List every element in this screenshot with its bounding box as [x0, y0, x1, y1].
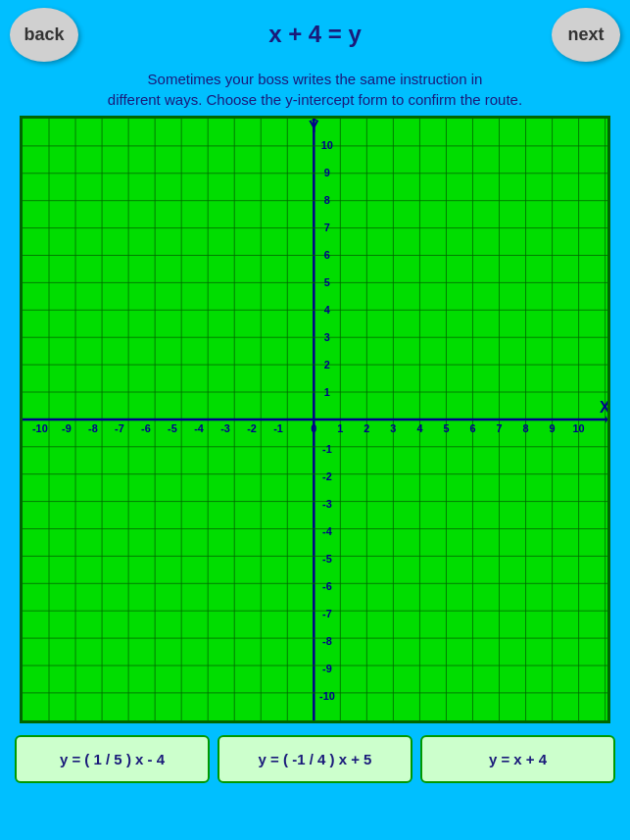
back-button[interactable]: back [10, 8, 78, 62]
next-button[interactable]: next [552, 8, 620, 62]
svg-text:2: 2 [324, 359, 330, 371]
svg-text:9: 9 [324, 167, 330, 178]
svg-text:5: 5 [443, 422, 449, 434]
svg-text:4: 4 [416, 422, 423, 434]
svg-text:-6: -6 [141, 422, 151, 434]
svg-text:7: 7 [496, 422, 502, 434]
svg-text:0: 0 [311, 422, 316, 434]
svg-text:-7: -7 [115, 422, 124, 434]
svg-text:-4: -4 [322, 525, 333, 537]
answer-button-1[interactable]: y = ( 1 / 5 ) x - 4 [15, 735, 210, 783]
instruction-text: Sometimes your boss writes the same inst… [0, 69, 630, 110]
coordinate-grid: -10 -9 -8 -7 -6 -5 -4 -3 -2 -1 0 1 2 3 4… [23, 119, 607, 720]
svg-text:6: 6 [469, 422, 475, 434]
svg-text:-5: -5 [322, 553, 332, 565]
svg-text:-6: -6 [322, 580, 332, 592]
graph-area: -10 -9 -8 -7 -6 -5 -4 -3 -2 -1 0 1 2 3 4… [20, 116, 610, 723]
svg-text:1: 1 [337, 422, 343, 434]
svg-text:-4: -4 [194, 422, 205, 434]
svg-text:1: 1 [324, 386, 330, 398]
svg-text:-10: -10 [32, 422, 48, 434]
svg-text:-2: -2 [322, 470, 332, 482]
svg-text:-5: -5 [168, 422, 177, 434]
svg-text:-2: -2 [247, 422, 257, 434]
answer-options: y = ( 1 / 5 ) x - 4 y = ( -1 / 4 ) x + 5… [0, 723, 630, 793]
svg-text:-1: -1 [322, 443, 332, 455]
svg-text:6: 6 [324, 249, 330, 261]
svg-text:-8: -8 [88, 422, 98, 434]
svg-text:-3: -3 [322, 498, 332, 510]
answer-button-2[interactable]: y = ( -1 / 4 ) x + 5 [218, 735, 412, 783]
svg-text:-8: -8 [322, 635, 332, 647]
svg-text:8: 8 [523, 422, 529, 434]
svg-text:10: 10 [573, 422, 585, 434]
svg-text:8: 8 [324, 194, 330, 206]
svg-text:2: 2 [363, 422, 369, 434]
svg-text:3: 3 [390, 422, 396, 434]
y-axis-label: Y [309, 119, 319, 135]
svg-text:7: 7 [324, 222, 330, 233]
svg-text:10: 10 [321, 139, 333, 151]
header: back x + 4 = y next [0, 0, 630, 69]
equation-title: x + 4 = y [268, 21, 362, 48]
svg-text:3: 3 [324, 331, 330, 343]
svg-text:-7: -7 [322, 608, 332, 619]
svg-text:4: 4 [324, 304, 331, 316]
svg-text:-3: -3 [220, 422, 230, 434]
answer-button-3[interactable]: y = x + 4 [420, 735, 615, 783]
svg-text:-1: -1 [273, 422, 283, 434]
svg-text:5: 5 [324, 276, 330, 288]
x-axis-label: X [600, 399, 607, 416]
svg-text:9: 9 [550, 422, 556, 434]
svg-text:-9: -9 [62, 422, 72, 434]
svg-text:-9: -9 [322, 663, 332, 674]
svg-text:-10: -10 [319, 690, 335, 702]
